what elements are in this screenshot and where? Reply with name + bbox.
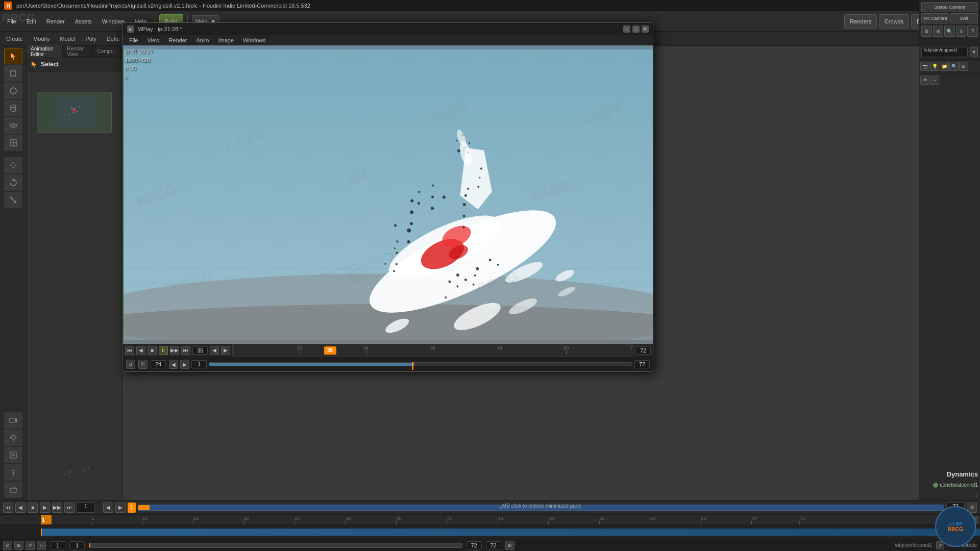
info-icon-btn[interactable]: ℹ [956,26,967,37]
mplay-track-prev[interactable]: ◀ [169,360,178,369]
tool-scale[interactable] [4,192,22,208]
mplay-skip-end[interactable]: ⏭ [181,346,190,355]
mplay-next-frame[interactable]: ▶▶ [170,346,179,355]
gear-icon-btn[interactable]: ⚙ [921,26,932,37]
tool-move[interactable] [4,157,22,173]
status-end-frame[interactable]: 72 [467,541,482,549]
mplay-icon: ▶ [127,26,134,33]
mplay-fps[interactable]: 24 [151,360,166,368]
mplay-menu-anim[interactable]: Anim [192,36,213,44]
arrow-icon-btn[interactable]: → [930,76,939,85]
mplay-step-prev[interactable]: ◀ [210,346,219,355]
search-icon-btn[interactable]: 🔍 [944,26,955,37]
mplay-menu-image[interactable]: Image [214,36,238,44]
tool-dots[interactable] [4,464,22,481]
mplay-close[interactable]: ✕ [642,26,649,33]
oplib-dropdown[interactable]: ▼ [970,47,978,57]
sub-menu-model[interactable]: Model [56,35,79,43]
tool-sphere[interactable] [4,83,22,99]
tool-box[interactable] [4,65,22,82]
tool-select[interactable] [4,48,22,64]
houdini-logo: 人人素材 RRCG [935,506,976,547]
status-icon-btn-4[interactable]: ▷ [37,541,46,550]
status-icon-btn-1[interactable]: ⊙ [3,541,12,550]
menu-file[interactable]: File [3,17,20,26]
mplay-scrub-track[interactable] [209,362,632,366]
render-icon-btn[interactable]: 📷 [920,62,929,71]
mplay-track-next[interactable]: ▶ [180,360,189,369]
question-icon-btn[interactable]: ? [967,26,978,37]
tool-grid[interactable] [4,135,22,151]
tool-rotate[interactable] [4,174,22,191]
stereo-camera-btn[interactable]: Stereo Camera [921,2,978,12]
status-expand-btn[interactable]: ⊞ [505,541,514,550]
mplay-menu-render[interactable]: Render [164,36,191,44]
mplay-frame-end[interactable]: 72 [635,346,651,355]
view-icon-btn[interactable]: 👁 [920,76,929,85]
svg-text:50: 50 [549,516,554,521]
tool-cam[interactable] [4,412,22,429]
tool-light[interactable] [4,430,22,446]
status-start-frame[interactable]: 1 [50,541,65,549]
anim-key-track[interactable] [41,529,980,536]
anim-play[interactable]: ▶ [40,503,50,513]
mplay-startframe[interactable]: 1 [191,360,207,368]
status-end-frame-2[interactable]: 72 [486,541,501,549]
sub-menu-defo[interactable]: Defo. [103,35,124,43]
anim-prev-frame[interactable]: ◀ [15,503,26,513]
oplib-input[interactable]: /obj/sim/dopnet1 [921,47,968,57]
tool-torus[interactable] [4,117,22,134]
sub-menu-modify[interactable]: Modify [29,35,54,43]
anim-range-next[interactable]: ▶ [115,503,126,513]
tab-render-view[interactable]: Render View [63,45,93,58]
grid2-icon-btn[interactable]: ⊞ [959,62,968,71]
status-current-frame[interactable]: 1 [69,541,85,549]
mplay-menu-windows[interactable]: Windows [239,36,270,44]
grid-icon-btn[interactable]: ⊞ [933,26,944,37]
folder-icon-btn[interactable]: 📁 [940,62,949,71]
status-icon-btn-3[interactable]: ↺ [26,541,35,550]
vr-camera-btn[interactable]: VR Camera [921,13,949,23]
anim-skip-end[interactable]: ⏭ [64,503,75,513]
mplay-prev-frame[interactable]: ◀ [136,346,145,355]
mplay-menu-file[interactable]: File [125,36,142,44]
renders-btn[interactable]: Renders [844,14,877,29]
menu-edit[interactable]: Edit [22,17,40,26]
light-icon-btn[interactable]: 💡 [930,62,939,71]
mplay-stop[interactable]: ■ [148,346,157,355]
tab-animation-editor[interactable]: Animation Editor [27,45,63,58]
anim-frame-input[interactable]: 1 [77,503,95,513]
search2-icon-btn[interactable]: 🔍 [949,62,959,71]
svg-point-26 [12,470,14,471]
mplay-menu-view[interactable]: View [143,36,164,44]
tool-render[interactable] [4,447,22,463]
anim-play-forward[interactable]: ▶▶ [52,503,62,513]
mplay-minimize[interactable]: − [623,26,630,33]
tool-bottom-extra[interactable] [4,482,22,498]
mplay-realtime[interactable]: ⏱ [138,360,148,369]
mplay-skip-start[interactable]: ⏮ [125,346,134,355]
sub-menu-poly[interactable]: Poly [81,35,100,43]
mplay-loop-toggle[interactable]: ↺ [126,360,135,369]
mplay-ruler[interactable]: 35 12 24 36 48 60 72 [232,344,633,357]
status-frame-track[interactable] [89,543,462,548]
anim-stop[interactable]: ■ [28,503,38,513]
anim-timeline-track[interactable]: LMB click to restore minimized pane. [138,505,944,511]
menu-render[interactable]: Render [42,17,69,26]
anim-range-prev[interactable]: ◀ [103,503,113,513]
tool-tube[interactable] [4,100,22,116]
anim-skip-start[interactable]: ⏮ [3,503,13,513]
divider-2 [919,73,980,73]
mplay-endframe[interactable]: 72 [634,360,650,368]
swit-btn[interactable]: Swit [950,13,978,23]
current-frame-indicator[interactable]: 1 [128,503,136,513]
mplay-maximize[interactable]: □ [632,26,640,33]
crowds-btn[interactable]: Crowds [879,14,909,29]
mplay-current-frame[interactable]: 35 [192,346,208,355]
status-icon-btn-2[interactable]: ⊞ [14,541,23,550]
tab-compo[interactable]: Compo... [93,47,122,55]
mplay-step-next[interactable]: ▶ [221,346,230,355]
mplay-pause[interactable]: ⏸ [159,346,168,355]
sub-menu-create[interactable]: Create [2,35,27,43]
menu-assets[interactable]: Assets [71,17,96,26]
